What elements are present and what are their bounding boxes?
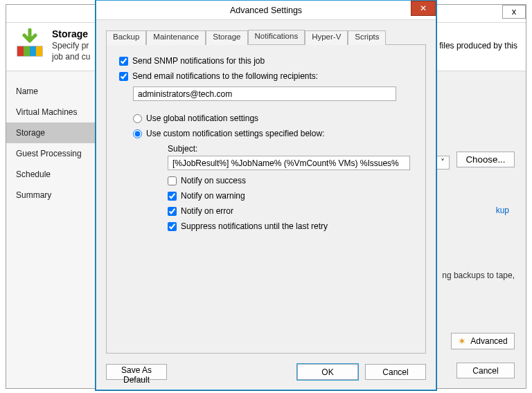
wizard-subtitle: Specify pr: [52, 41, 90, 51]
svg-rect-2: [24, 46, 30, 56]
suppress-label: Suppress notifications until the last re…: [181, 221, 328, 231]
notify-success-label: Notify on success: [181, 176, 246, 185]
tab-storage[interactable]: Storage: [206, 30, 247, 45]
email-checkbox[interactable]: [119, 72, 128, 81]
tab-panel-notifications: Send SNMP notifications for this job Sen…: [106, 45, 426, 354]
wizard-close-button[interactable]: x: [502, 5, 526, 19]
notify-success-checkbox[interactable]: [168, 176, 177, 185]
dialog-title: Advanced Settings: [230, 6, 302, 15]
global-settings-label: Use global notification settings: [146, 113, 258, 123]
advanced-settings-dialog: Advanced Settings ✕ Backup Maintenance S…: [96, 0, 436, 390]
suppress-checkbox[interactable]: [168, 222, 177, 231]
ok-button[interactable]: OK: [297, 364, 358, 380]
recipients-input[interactable]: [133, 86, 396, 101]
close-icon: ✕: [420, 3, 427, 13]
svg-rect-3: [30, 46, 36, 56]
dialog-close-button[interactable]: ✕: [411, 1, 436, 16]
wizard-cancel-button[interactable]: Cancel: [456, 363, 515, 378]
svg-rect-4: [36, 46, 42, 56]
wizard-subtitle-tail: files produced by this: [439, 28, 517, 66]
custom-settings-label: Use custom notification settings specifi…: [146, 129, 324, 138]
dropdown-toggle[interactable]: ˅: [436, 156, 450, 170]
storage-icon: [15, 28, 45, 59]
tab-backup[interactable]: Backup: [106, 30, 146, 45]
link-fragment[interactable]: kup: [496, 205, 509, 215]
snmp-label: Send SNMP notifications for this job: [132, 56, 265, 66]
tab-notifications[interactable]: Notifications: [248, 30, 305, 44]
subject-input[interactable]: [168, 156, 410, 170]
notify-warning-label: Notify on warning: [181, 191, 245, 201]
cancel-button[interactable]: Cancel: [365, 364, 426, 380]
subject-label: Subject:: [119, 144, 413, 154]
tab-maintenance[interactable]: Maintenance: [146, 30, 206, 45]
wizard-subtitle2: job and cu: [52, 52, 90, 62]
snmp-checkbox[interactable]: [119, 57, 128, 66]
global-settings-radio[interactable]: [133, 114, 142, 123]
advanced-button[interactable]: ✶ Advanced: [451, 333, 515, 349]
gear-icon: ✶: [458, 336, 466, 347]
advanced-label: Advanced: [470, 336, 507, 346]
tab-hyperv[interactable]: Hyper-V: [305, 30, 348, 45]
wizard-title: Storage: [52, 28, 90, 39]
notify-error-checkbox[interactable]: [168, 207, 177, 216]
custom-settings-radio[interactable]: [133, 129, 142, 138]
tape-text-fragment: ng backups to tape,: [442, 271, 515, 280]
save-as-default-button[interactable]: Save As Default: [106, 364, 167, 380]
tab-scripts[interactable]: Scripts: [348, 30, 386, 45]
dialog-titlebar: Advanced Settings ✕: [96, 1, 436, 20]
email-label: Send email notifications to the followin…: [132, 71, 318, 81]
choose-button[interactable]: Choose...: [456, 152, 515, 167]
tab-strip: Backup Maintenance Storage Notifications…: [106, 30, 426, 45]
svg-rect-1: [17, 46, 24, 56]
notify-warning-checkbox[interactable]: [168, 192, 177, 201]
notify-error-label: Notify on error: [181, 206, 233, 216]
